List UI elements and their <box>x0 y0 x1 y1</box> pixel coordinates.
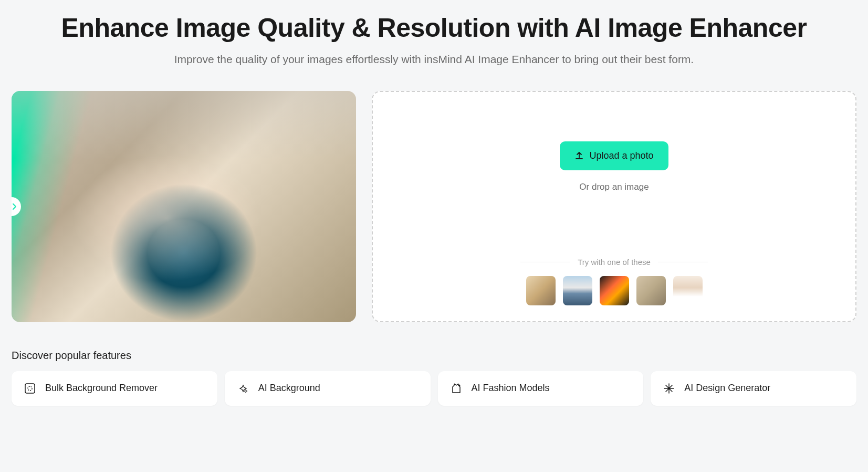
feature-bulk-bg-remover[interactable]: Bulk Background Remover <box>12 371 217 406</box>
features-title: Discover popular features <box>12 350 856 362</box>
samples-label: Try with one of these <box>578 258 651 266</box>
sample-image-3[interactable] <box>600 276 629 305</box>
sample-image-5[interactable] <box>673 276 703 305</box>
comparison-slider-handle[interactable] <box>12 197 21 216</box>
ai-background-icon <box>236 382 250 395</box>
sample-image-1[interactable] <box>526 276 556 305</box>
feature-ai-fashion-models[interactable]: AI Fashion Models <box>438 371 644 406</box>
upload-dropzone[interactable]: Upload a photo Or drop an image Try with… <box>372 91 856 322</box>
svg-point-1 <box>28 386 32 391</box>
main-content: Upload a photo Or drop an image Try with… <box>11 91 857 322</box>
feature-ai-background[interactable]: AI Background <box>225 371 431 406</box>
ai-fashion-icon <box>449 382 463 395</box>
comparison-preview-image <box>12 91 356 322</box>
feature-label: Bulk Background Remover <box>45 383 158 394</box>
feature-label: AI Background <box>258 383 320 394</box>
upload-photo-button[interactable]: Upload a photo <box>560 141 668 170</box>
divider-line <box>520 262 570 262</box>
divider-line <box>658 262 708 262</box>
page-header: Enhance Image Quality & Resolution with … <box>11 0 857 66</box>
svg-rect-0 <box>25 384 35 393</box>
slider-arrows-icon <box>12 203 16 210</box>
feature-label: AI Design Generator <box>684 383 770 394</box>
feature-label: AI Fashion Models <box>472 383 550 394</box>
bulk-bg-remover-icon <box>23 382 37 395</box>
feature-ai-design-generator[interactable]: AI Design Generator <box>651 371 856 406</box>
sample-image-2[interactable] <box>563 276 592 305</box>
popular-features-section: Discover popular features Bulk Backgroun… <box>11 350 857 406</box>
upload-button-label: Upload a photo <box>589 150 653 161</box>
svg-point-2 <box>458 384 460 386</box>
sample-images-section: Try with one of these <box>389 258 840 305</box>
drop-hint-text: Or drop an image <box>579 182 649 192</box>
sample-image-4[interactable] <box>636 276 666 305</box>
ai-design-icon <box>662 382 676 395</box>
page-title: Enhance Image Quality & Resolution with … <box>11 13 857 44</box>
page-subtitle: Improve the quality of your images effor… <box>11 53 857 66</box>
upload-icon <box>574 151 584 160</box>
